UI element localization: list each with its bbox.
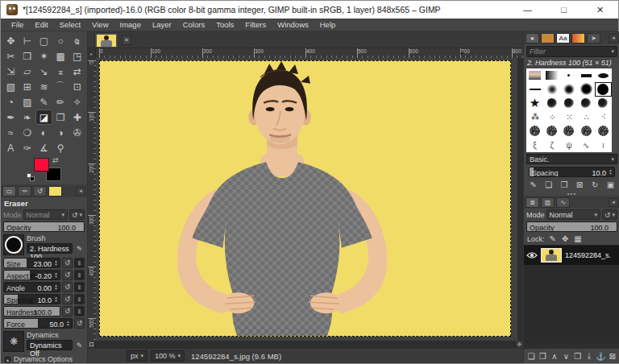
brush-item-line[interactable] (526, 82, 543, 96)
brush-item-photo[interactable] (526, 68, 543, 82)
brush-filter-input[interactable]: Filter ▾ (526, 46, 617, 57)
move-icon[interactable]: ✥ (2, 33, 19, 48)
brush-item-chalk[interactable] (560, 97, 577, 110)
new-brush-button[interactable]: ❏ (542, 180, 556, 189)
brush-item-splat[interactable]: ⁂ (526, 110, 543, 124)
link-icon[interactable]: ∞ (74, 282, 85, 292)
brush-spacing-slider[interactable]: Spacing 10.0 ▲▼ (529, 167, 615, 177)
spinner[interactable]: ▲▼ (53, 271, 59, 279)
spinner[interactable]: ▲▼ (608, 168, 613, 176)
dynamics-options-expander[interactable]: ▴ Dynamics Options (1, 354, 87, 364)
tab-image-chip[interactable] (48, 186, 62, 196)
edit-dynamics-icon[interactable]: ✎ (74, 340, 85, 350)
handle-transform-icon[interactable]: ⊡ (69, 79, 85, 94)
brush-item-sketch[interactable]: ≀ (595, 138, 612, 151)
swap-colors-icon[interactable]: ⇄ (52, 156, 59, 164)
pencil-icon[interactable]: ✏ (52, 94, 69, 110)
measure-icon[interactable]: ∡ (35, 140, 52, 155)
menu-file[interactable]: File (6, 20, 29, 29)
scissors-select-icon[interactable]: ✂ (2, 48, 19, 64)
layer-list-scrollbar[interactable] (524, 343, 619, 349)
ellipse-select-icon[interactable]: ○ (52, 33, 69, 48)
new-group-button[interactable]: ❒ (537, 352, 548, 361)
unified-transform-icon[interactable]: ⇲ (2, 64, 19, 79)
perspective-clone-icon[interactable]: ✇ (69, 125, 85, 140)
tab-device-status[interactable]: ✑ (18, 186, 31, 196)
spinner[interactable]: ▲▼ (53, 283, 59, 292)
visibility-eye-icon[interactable] (526, 251, 538, 259)
crop-icon[interactable]: ◳ (69, 48, 85, 64)
canvas-viewport[interactable] (96, 58, 517, 341)
image-canvas[interactable] (99, 60, 511, 337)
reset-icon[interactable]: ↺ (62, 270, 73, 280)
scale-icon[interactable]: ↘ (35, 64, 52, 79)
foreground-select-icon[interactable]: ❒ (19, 48, 36, 64)
link-icon[interactable]: ∞ (74, 270, 85, 280)
brush-item-sketch[interactable]: ξ (526, 138, 543, 151)
brush-item-dot[interactable] (560, 68, 577, 82)
brush-item-noise[interactable] (526, 124, 543, 138)
airbrush-icon[interactable]: ✧ (69, 94, 85, 110)
layer-opacity-slider[interactable]: Opacity 100.0 ▲▼ (526, 221, 617, 232)
brush-tag-select[interactable]: Basic. ▾ (526, 154, 617, 164)
paint-mode-select[interactable]: Normal ▾ (23, 209, 68, 220)
blur-sharpen-icon[interactable]: ❍ (19, 125, 36, 140)
gradient-icon[interactable]: ▨ (19, 94, 36, 110)
unit-select[interactable]: px ▾ (127, 350, 147, 362)
brush-item-hard[interactable] (595, 82, 612, 96)
brush-item-chalk[interactable] (543, 97, 560, 110)
shear-icon[interactable]: ▱ (19, 64, 36, 79)
zoom-select[interactable]: 100 % ▾ (151, 350, 185, 362)
bucket-fill-icon[interactable]: ◔ (2, 94, 19, 110)
brush-item-bar[interactable] (578, 68, 595, 82)
tab-tool-options[interactable]: ▭ (2, 186, 16, 196)
tab-patterns[interactable] (541, 33, 555, 43)
text-icon[interactable]: A (2, 140, 19, 155)
spinner[interactable]: ▲▼ (610, 222, 616, 231)
spinner[interactable]: ▲▼ (53, 259, 59, 267)
link-icon[interactable]: ∞ (74, 294, 85, 304)
quick-mask-toggle[interactable] (88, 341, 96, 348)
align-icon[interactable]: ⊢ (19, 33, 36, 48)
brush-item-soft3[interactable] (578, 82, 595, 96)
tab-channels[interactable]: ▥ (541, 197, 555, 208)
opacity-slider[interactable]: Opacity 100.0 ▲▼ (3, 221, 85, 232)
brush-item-soft1[interactable] (543, 82, 560, 96)
spinner[interactable]: ▲▼ (65, 319, 71, 328)
menu-select[interactable]: Select (54, 20, 86, 29)
brush-item-chalk[interactable] (595, 97, 612, 110)
dock-menu-button[interactable]: ◂ (609, 198, 618, 207)
layer-row[interactable]: 124592284_s. (524, 246, 619, 265)
layer-mode-select[interactable]: Normal ▾ (546, 209, 600, 220)
n-point-deformation-icon[interactable]: ⊞ (19, 79, 36, 94)
menu-tools[interactable]: Tools (210, 20, 239, 29)
duplicate-brush-button[interactable]: ❐ (557, 180, 571, 189)
lock-pixels-icon[interactable]: ✎ (550, 234, 556, 243)
default-colors-icon[interactable] (27, 173, 35, 181)
menu-image[interactable]: Image (114, 20, 147, 29)
brush-item-noise[interactable] (560, 124, 577, 138)
menu-edit[interactable]: Edit (29, 20, 53, 29)
refresh-brushes-button[interactable]: ↻ (588, 180, 602, 189)
color-picker-icon[interactable]: ◑ (52, 125, 69, 140)
lower-layer-button[interactable]: ∨ (560, 352, 571, 361)
tab-tool-preset[interactable]: ➤ (587, 33, 600, 43)
tab-brushes[interactable]: ● (526, 33, 539, 43)
tab-layers[interactable]: ≣ (526, 197, 539, 208)
layer-mode-reset[interactable]: ↺ ▾ (602, 209, 617, 220)
brush-item-splat[interactable]: ⁘ (543, 110, 560, 124)
mode-reset-buttons[interactable]: ↺ ▾ (69, 209, 85, 220)
reset-icon[interactable]: ↺ (62, 306, 73, 316)
reset-icon[interactable]: ↺ (62, 294, 73, 304)
ink-icon[interactable]: ✒ (2, 110, 19, 125)
menu-view[interactable]: View (86, 20, 114, 29)
brush-item-sketch[interactable]: ψ (560, 138, 577, 151)
brush-item-splat[interactable]: ⁙ (560, 110, 577, 124)
lock-position-icon[interactable]: ✥ (562, 234, 568, 243)
merge-down-button[interactable]: ⤓ (584, 351, 595, 361)
heal-icon[interactable]: ✚ (69, 110, 85, 125)
ruler-corner-button[interactable]: ▸ (88, 48, 96, 58)
link-icon[interactable]: ∞ (74, 306, 85, 316)
minimize-button[interactable]: — (509, 1, 546, 19)
eraser-icon[interactable]: ◪ (35, 110, 52, 125)
